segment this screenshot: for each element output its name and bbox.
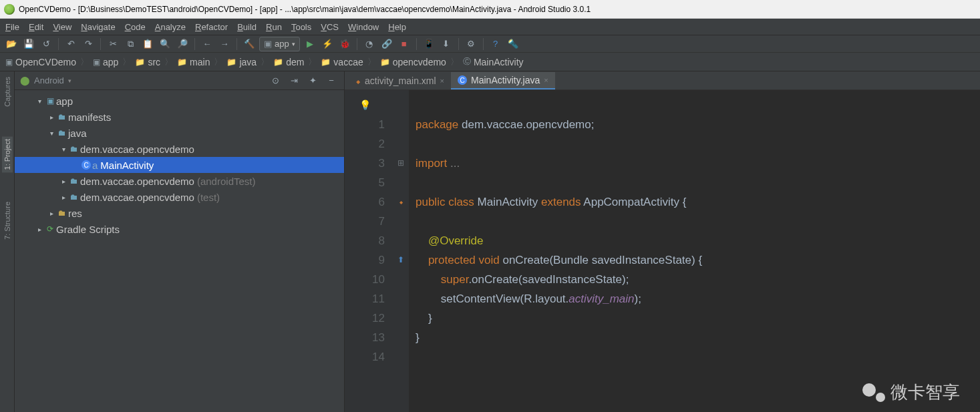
left-tool-strip: Captures1: Project7: Structure: [0, 71, 15, 412]
avd-manager-icon[interactable]: 📱: [422, 37, 436, 51]
open-icon[interactable]: 📂: [4, 37, 19, 51]
project-view-label[interactable]: Android: [34, 75, 64, 85]
breadcrumb-opencvdemo[interactable]: ▣OpenCVDemo: [5, 57, 76, 67]
breadcrumb-src[interactable]: 📁src: [135, 57, 160, 67]
class-marker-icon: ⬥: [399, 192, 403, 212]
tree-node[interactable]: ▸🖿dem.vaccae.opencvdemo(androidTest): [15, 173, 344, 189]
project-structure-icon[interactable]: ⚙: [464, 37, 478, 51]
menu-refactor[interactable]: Refactor: [195, 22, 228, 32]
tree-arrow-icon[interactable]: ▾: [35, 97, 44, 105]
find-icon[interactable]: 🔍: [158, 37, 172, 51]
apply-changes-icon[interactable]: ⚡: [320, 37, 335, 51]
stop-icon[interactable]: ■: [397, 37, 412, 51]
line-number: 13: [345, 328, 385, 347]
code-area[interactable]: 💡123567891011121314 ⊞⬥⬆ package dem.vacc…: [345, 90, 980, 412]
scroll-from-source-icon[interactable]: ⊙: [268, 73, 283, 88]
tree-arrow-icon[interactable]: ▸: [47, 114, 56, 121]
folder-icon: 🖿: [56, 112, 68, 122]
code-line[interactable]: }: [416, 328, 980, 347]
menu-build[interactable]: Build: [237, 22, 257, 32]
forward-icon[interactable]: →: [217, 37, 232, 51]
replace-icon[interactable]: 🔎: [175, 37, 190, 51]
settings-icon[interactable]: ✦: [305, 73, 320, 88]
undo-icon[interactable]: ↶: [63, 37, 78, 51]
breadcrumb-dem[interactable]: 📁dem: [273, 57, 304, 67]
close-tab-icon[interactable]: ×: [544, 76, 548, 84]
menu-help[interactable]: Help: [388, 22, 406, 32]
copy-icon[interactable]: ⧉: [123, 37, 138, 51]
menu-view[interactable]: View: [53, 22, 71, 32]
code-line[interactable]: super.onCreate(savedInstanceState);: [416, 270, 980, 289]
menu-navigate[interactable]: Navigate: [81, 22, 115, 32]
code-line[interactable]: package dem.vaccae.opencvdemo;: [416, 115, 980, 134]
tree-arrow-icon[interactable]: ▸: [59, 178, 68, 185]
breadcrumb-opencvdemo[interactable]: 📁opencvdemo: [380, 57, 446, 67]
code-line[interactable]: }: [416, 308, 980, 328]
code-line[interactable]: @Override: [416, 231, 980, 250]
tree-arrow-icon[interactable]: ▾: [47, 130, 56, 137]
attach-debugger-icon[interactable]: 🔗: [379, 37, 394, 51]
menu-code[interactable]: Code: [125, 22, 146, 32]
run-icon[interactable]: ▶: [303, 37, 317, 51]
redo-icon[interactable]: ↷: [81, 37, 96, 51]
menu-run[interactable]: Run: [266, 22, 282, 32]
editor-tab[interactable]: CMainActivity.java×: [451, 72, 555, 89]
editor-tab[interactable]: ⬥activity_main.xml×: [349, 72, 451, 89]
code-line[interactable]: [416, 173, 980, 192]
make-icon[interactable]: 🔨: [242, 37, 257, 51]
hide-icon[interactable]: −: [324, 73, 339, 88]
breadcrumb-main[interactable]: 📁main: [177, 57, 210, 67]
menu-file[interactable]: File: [5, 22, 19, 32]
close-tab-icon[interactable]: ×: [440, 77, 444, 85]
tool-tab-captures[interactable]: Captures: [2, 74, 13, 110]
chevron-down-icon[interactable]: ▾: [68, 77, 71, 84]
breadcrumb-vaccae[interactable]: 📁vaccae: [321, 57, 363, 67]
save-icon[interactable]: 💾: [21, 37, 36, 51]
collapse-all-icon[interactable]: ⇥: [287, 73, 301, 88]
search-everywhere-icon[interactable]: 🔦: [506, 37, 520, 51]
code-line[interactable]: import ...: [416, 154, 980, 173]
tree-node[interactable]: ▾🖿dem.vaccae.opencvdemo: [15, 141, 344, 157]
tree-node[interactable]: ▸🖿res: [15, 205, 344, 221]
run-config-selector[interactable]: ▣ app ▾: [259, 37, 300, 51]
back-icon[interactable]: ←: [200, 37, 214, 51]
code-line[interactable]: [416, 134, 980, 154]
code-line[interactable]: setContentView(R.layout.activity_main);: [416, 289, 980, 308]
intention-bulb-icon[interactable]: 💡: [345, 95, 385, 115]
tool-tab-structure[interactable]: 7: Structure: [2, 199, 13, 242]
tree-node[interactable]: CaMainActivity: [15, 157, 344, 173]
menu-vcs[interactable]: VCS: [321, 22, 339, 32]
paste-icon[interactable]: 📋: [140, 37, 155, 51]
menu-tools[interactable]: Tools: [291, 22, 311, 32]
code-line[interactable]: protected void onCreate(Bundle savedInst…: [416, 250, 980, 270]
menu-analyze[interactable]: Analyze: [155, 22, 186, 32]
breadcrumb-app[interactable]: ▣app: [93, 57, 118, 67]
project-tree[interactable]: ▾▣app▸🖿manifests▾🖿java▾🖿dem.vaccae.openc…: [15, 90, 344, 412]
tree-arrow-icon[interactable]: ▸: [47, 210, 56, 217]
breadcrumb-mainactivity[interactable]: ⒸMainActivity: [463, 56, 524, 67]
cut-icon[interactable]: ✂: [106, 37, 120, 51]
help-icon[interactable]: ?: [488, 37, 503, 51]
watermark: 微卡智享: [861, 381, 960, 404]
breadcrumb-java[interactable]: 📁java: [226, 57, 257, 67]
menu-edit[interactable]: Edit: [29, 22, 43, 32]
tree-node[interactable]: ▾🖿java: [15, 125, 344, 141]
tool-tab-project[interactable]: 1: Project: [2, 136, 13, 172]
tree-arrow-icon[interactable]: ▾: [59, 146, 68, 153]
code-content[interactable]: package dem.vaccae.opencvdemo; import ..…: [409, 90, 980, 412]
code-line[interactable]: [416, 212, 980, 231]
tree-node[interactable]: ▸🖿dem.vaccae.opencvdemo(test): [15, 189, 344, 205]
tree-node[interactable]: ▸🖿manifests: [15, 109, 344, 125]
tree-arrow-icon[interactable]: ▸: [59, 194, 68, 201]
code-line[interactable]: public class MainActivity extends AppCom…: [416, 192, 980, 212]
sdk-manager-icon[interactable]: ⬇: [439, 37, 454, 51]
code-line[interactable]: [416, 347, 980, 367]
tree-node[interactable]: ▸⟳Gradle Scripts: [15, 221, 344, 237]
menu-window[interactable]: Window: [348, 22, 379, 32]
debug-icon[interactable]: 🐞: [337, 37, 352, 51]
profile-icon[interactable]: ◔: [362, 37, 377, 51]
tree-arrow-icon[interactable]: ▸: [35, 226, 44, 233]
override-marker-icon: ⬆: [397, 250, 404, 270]
tree-node[interactable]: ▾▣app: [15, 93, 344, 109]
sync-icon[interactable]: ↺: [39, 37, 53, 51]
